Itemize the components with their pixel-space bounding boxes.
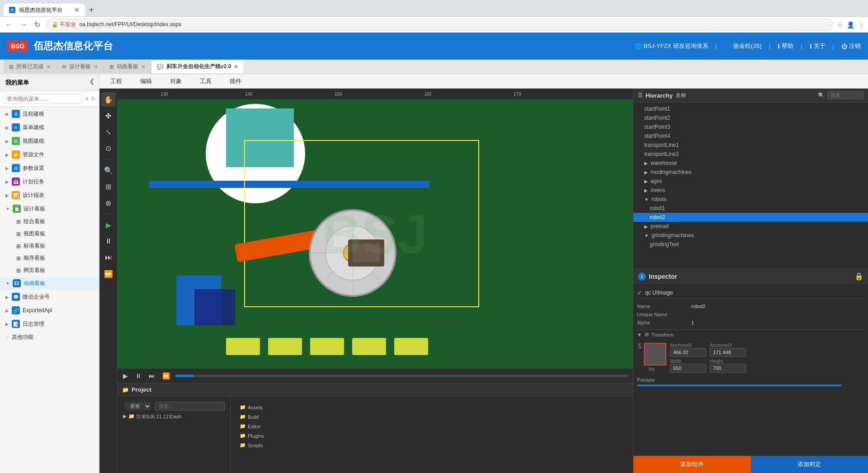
sidebar-subitem-viewboard[interactable]: ⊞ 视图看板 <box>11 228 99 240</box>
folder-plugins[interactable]: 📁 Plugins <box>238 432 626 440</box>
lock-icon[interactable]: 🔒 <box>854 272 863 281</box>
sidebar-subitem-standard[interactable]: ⊞ 标准看板 <box>11 240 99 252</box>
search-clear-icon[interactable]: ✕ <box>85 96 89 102</box>
tab-production-close[interactable]: ✕ <box>234 64 238 70</box>
h-item-warehouse[interactable]: ▶ warehouse <box>633 159 868 168</box>
bookmark-icon[interactable]: ☆ <box>837 21 843 28</box>
h-item-modingmachines[interactable]: ▶ modingmachines <box>633 168 868 177</box>
tab-design[interactable]: ✉ 设计看板 ✕ <box>57 61 104 73</box>
menu-edit[interactable]: 编辑 <box>137 75 156 87</box>
tab-close-btn[interactable]: ✕ <box>74 6 80 14</box>
h-item-preload[interactable]: ▶ preload <box>633 222 868 231</box>
folder-editor[interactable]: 📁 Editor <box>238 422 626 430</box>
about-link[interactable]: ℹ 关于 <box>810 42 826 50</box>
tab-animation-close[interactable]: ✕ <box>141 64 146 70</box>
h-item-robot2[interactable]: robot2 <box>633 213 868 222</box>
fast-forward-button[interactable]: ⏩ <box>160 370 172 381</box>
tool-pause[interactable]: ⏸ <box>101 234 116 248</box>
project-search-input[interactable] <box>155 402 225 411</box>
h-item-startpoint1[interactable]: startPoint1 <box>633 104 868 113</box>
account-icon[interactable]: 👤 <box>847 21 854 28</box>
project-tree-root[interactable]: ▶ 📁 D:\BSJ6.11.11\Dash <box>121 412 226 420</box>
h-item-ovens[interactable]: ▶ ovens <box>633 186 868 195</box>
user-link[interactable]: 👤 骆金松(JS) <box>724 42 762 50</box>
menu-icon[interactable]: ⋮ <box>858 21 864 28</box>
sidebar-item-menu[interactable]: ▶ ≡ 菜单建模 <box>0 121 99 134</box>
add-binding-button[interactable]: 添加邦定 <box>751 456 868 473</box>
sidebar-subitem-sequence[interactable]: ⊞ 顺序看板 <box>11 252 99 264</box>
width-input[interactable] <box>670 364 706 373</box>
back-button[interactable]: ← <box>4 19 14 31</box>
tool-zoom-in[interactable]: 🔍 <box>101 163 116 178</box>
tool-anchor[interactable]: ⊗ <box>101 196 116 210</box>
tool-camera[interactable]: ⊙ <box>101 141 116 155</box>
tab-completed[interactable]: ⊞ 所有已完成 ✕ <box>4 61 57 73</box>
h-item-agvs[interactable]: ▶ agvs <box>633 177 868 186</box>
url-input[interactable]: 🔒 不安全 oa.bsjtech.net/FPP/UI/Desktop/Inde… <box>46 19 834 31</box>
platform-link[interactable]: 🌐 BSJ-YFZX 研发咨询体系 <box>635 42 708 50</box>
h-item-grindingtext[interactable]: grindingText <box>633 240 868 249</box>
sidebar-item-view[interactable]: ▶ ⊞ 视图建模 <box>0 134 99 148</box>
pause-button[interactable]: ⏸ <box>133 370 143 381</box>
sidebar-item-schedule[interactable]: ▶ 📅 计划任务 <box>0 175 99 188</box>
search-refresh-icon[interactable]: ↻ <box>91 96 95 102</box>
menu-plugins[interactable]: 插件 <box>226 75 245 87</box>
browser-tab[interactable]: B 佰思杰信息化平台 ✕ <box>4 4 85 16</box>
logout-link[interactable]: ⏻ 注销 <box>841 42 861 50</box>
sidebar-subitem-combo[interactable]: ⊞ 组合看板 <box>11 215 99 228</box>
add-component-button[interactable]: 添加组件 <box>633 456 751 473</box>
timeline-thumb[interactable] <box>175 375 193 377</box>
sidebar-item-api[interactable]: ▶ 🔗 ExportedApi <box>0 304 99 317</box>
tool-move[interactable]: ✤ <box>101 108 116 123</box>
sidebar-item-other[interactable]: ··· 其他功能 <box>0 331 99 344</box>
tool-grid[interactable]: ⊞ <box>101 179 116 194</box>
play-button[interactable]: ▶ <box>121 370 130 381</box>
tab-production[interactable]: 💬 刹车片全自动化生产线v2.0 ✕ <box>151 61 244 73</box>
anchored-x-input[interactable] <box>670 348 706 357</box>
h-item-robot1[interactable]: robot1 <box>633 204 868 213</box>
menu-object[interactable]: 对象 <box>166 75 185 87</box>
anchored-y-input[interactable] <box>710 348 746 357</box>
height-input[interactable] <box>710 364 746 373</box>
timeline-scrollbar[interactable] <box>175 375 629 377</box>
refresh-button[interactable]: ↻ <box>33 19 42 31</box>
menu-tools[interactable]: 工具 <box>196 75 215 87</box>
sidebar-item-wechat[interactable]: ▶ 💬 微信企业号 <box>0 290 99 304</box>
sidebar-search-input[interactable] <box>4 94 83 104</box>
canvas-viewport[interactable]: BSJ <box>118 99 633 369</box>
h-item-startpoint4[interactable]: startPoint4 <box>633 131 868 140</box>
h-item-robots[interactable]: ▼ robots <box>633 195 868 204</box>
sidebar-item-flow[interactable]: ▶ ⚙ 流程建模 <box>0 107 99 121</box>
sidebar-item-animation[interactable]: ▼ 🎞 动画看板 <box>0 276 99 290</box>
menu-engineering[interactable]: 工程 <box>107 75 126 87</box>
skip-button[interactable]: ⏭ <box>147 370 157 381</box>
transform-section-header[interactable]: ▼ ⊞ Transform <box>637 329 864 339</box>
h-item-startpoint2[interactable]: startPoint2 <box>633 113 868 122</box>
checkbox-icon[interactable]: ✔ <box>637 289 642 296</box>
folder-assets[interactable]: 📁 Assets <box>238 403 626 411</box>
sidebar-collapse-btn[interactable]: 《 <box>86 78 94 87</box>
tab-completed-close[interactable]: ✕ <box>46 64 51 70</box>
forward-button[interactable]: → <box>18 19 29 31</box>
sidebar-item-design[interactable]: ▼ 📋 设计看板 <box>0 202 99 215</box>
help-link[interactable]: ℹ 帮助 <box>778 42 793 50</box>
tool-loop[interactable]: ⏩ <box>101 267 116 281</box>
h-item-transportline1[interactable]: transportLine1 <box>633 140 868 150</box>
folder-scripts[interactable]: 📁 Scripts <box>238 441 626 449</box>
tool-step[interactable]: ⏭ <box>101 250 116 265</box>
folder-build[interactable]: 📁 Build <box>238 413 626 421</box>
tool-play[interactable]: ▶ <box>101 218 116 232</box>
project-filter-select[interactable]: 所有 <box>125 402 151 411</box>
new-tab-button[interactable]: + <box>85 4 98 16</box>
tab-animation[interactable]: ⊞ 动画看板 ✕ <box>104 61 151 73</box>
h-item-startpoint3[interactable]: startPoint3 <box>633 122 868 131</box>
tool-scale[interactable]: ⤡ <box>101 125 116 139</box>
sidebar-item-report[interactable]: ▶ 📊 设计报表 <box>0 188 99 202</box>
sidebar-item-params[interactable]: ▶ ⚙ 参数设置 <box>0 161 99 175</box>
sidebar-item-resource[interactable]: ▶ 📁 资源文件 <box>0 148 99 161</box>
h-item-grindingmachines[interactable]: ▼ grindingmachines <box>633 231 868 240</box>
sidebar-subitem-web[interactable]: ⊞ 网页看板 <box>11 264 99 276</box>
tool-select[interactable]: ✋ <box>101 92 116 107</box>
tab-design-close[interactable]: ✕ <box>94 64 98 70</box>
hierarchy-search-input[interactable] <box>827 91 863 99</box>
